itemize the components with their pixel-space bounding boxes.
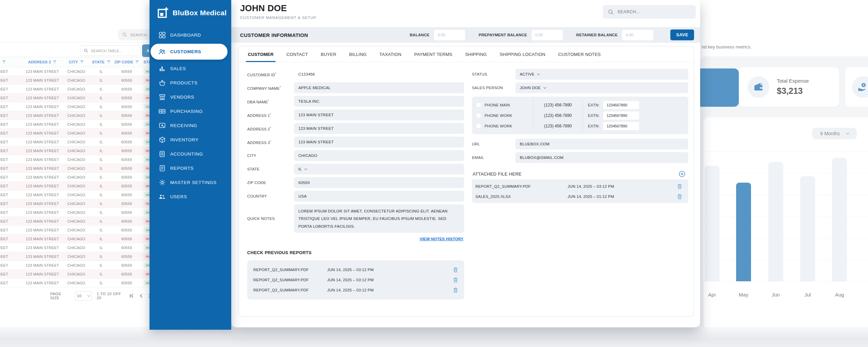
modal-search-field[interactable]: [617, 9, 691, 14]
prepayment-balance-input[interactable]: [532, 30, 563, 40]
sidebar-item-accounting[interactable]: ACCOUNTING: [150, 147, 231, 160]
page-size-select[interactable]: 10: [75, 291, 92, 301]
table-row[interactable]: 123 MAIN STREET123 MAIN STREETCHICAGOIL6…: [0, 155, 150, 164]
sidebar-item-purchasing[interactable]: PURCHASING: [150, 105, 231, 118]
phone-checkbox[interactable]: [476, 123, 481, 128]
field-dba-name[interactable]: TESLA INC.: [294, 96, 464, 107]
table-row[interactable]: 123 MAIN STREET123 MAIN STREETCHICAGOIL6…: [0, 173, 150, 182]
table-row[interactable]: 123 MAIN STREET123 MAIN STREETCHICAGOIL6…: [0, 138, 150, 146]
attached-file-row[interactable]: SALES_2025.XLSXJUN 14, 2025 – 01:12 PM: [472, 191, 688, 202]
sidebar-item-products[interactable]: PRODUCTS: [150, 76, 231, 89]
field-company-name[interactable]: APPLE MEDICAL: [294, 82, 464, 93]
field-state[interactable]: IL: [294, 164, 464, 175]
url-field[interactable]: BLUEBOX.COM: [515, 139, 688, 149]
modal-search-input[interactable]: [603, 5, 696, 19]
first-page-button[interactable]: [130, 293, 134, 298]
trash-icon[interactable]: [453, 287, 458, 293]
previous-page-button[interactable]: [139, 293, 143, 298]
field-city[interactable]: CHICAGO: [294, 150, 464, 161]
stat-card-blue[interactable]: [700, 68, 739, 107]
balance-input[interactable]: [434, 30, 465, 40]
trash-icon[interactable]: [677, 194, 682, 199]
status-select[interactable]: ACTIVE: [515, 69, 688, 80]
column-header-city[interactable]: CITY: [63, 57, 90, 67]
column-header-state[interactable]: STATE: [90, 57, 113, 67]
sidebar-item-vendors[interactable]: VENDORS: [150, 90, 231, 103]
page-search-input[interactable]: [118, 29, 150, 40]
attached-file-row[interactable]: REPORT_Q2_SUMMARY.PDFJUN 14, 2025 – 03:1…: [472, 181, 688, 191]
table-row[interactable]: 123 MAIN STREET123 MAIN STREETCHICAGOIL6…: [0, 234, 150, 243]
field-address-1[interactable]: 123 MAIN STREET: [294, 109, 464, 120]
sidebar-item-dashboard[interactable]: DASHBOARD: [150, 28, 231, 41]
field-address-3[interactable]: 123 MAIN STREET: [294, 137, 464, 147]
table-row[interactable]: 123 MAIN STREET123 MAIN STREETCHICAGOIL6…: [0, 164, 150, 173]
extn-input[interactable]: [603, 122, 639, 130]
table-row[interactable]: 123 MAIN STREET123 MAIN STREETCHICAGOIL6…: [0, 111, 150, 120]
table-row[interactable]: 123 MAIN STREET123 MAIN STREETCHICAGOIL6…: [0, 182, 150, 190]
tab-contact[interactable]: CONTACT: [280, 46, 314, 62]
table-row[interactable]: 123 MAIN STREET123 MAIN STREETCHICAGOIL6…: [0, 102, 150, 111]
phone-checkbox[interactable]: [476, 113, 481, 118]
tab-customer[interactable]: CUSTOMER: [241, 46, 280, 62]
table-row[interactable]: 123 MAIN STREET123 MAIN STREETCHICAGOIL6…: [0, 261, 150, 270]
table-row[interactable]: 123 MAIN STREET123 MAIN STREETCHICAGOIL6…: [0, 190, 150, 199]
field-zip-code[interactable]: 60559: [294, 177, 464, 188]
add-customer-button[interactable]: ADD: [142, 44, 150, 57]
sidebar-item-sales[interactable]: SALES: [150, 62, 231, 75]
column-header-address-2[interactable]: ADDRESS 2: [22, 57, 63, 67]
view-notes-history-link[interactable]: VIEW NOTES HISTORY: [247, 237, 463, 241]
table-row[interactable]: 123 MAIN STREET123 MAIN STREETCHICAGOIL6…: [0, 270, 150, 279]
table-row[interactable]: 123 MAIN STREET123 MAIN STREETCHICAGOIL6…: [0, 67, 150, 76]
report-row[interactable]: REPORT_Q2_SUMMARY.PDFJUN 14, 2025 – 03:1…: [247, 275, 464, 285]
table-row[interactable]: 123 MAIN STREET123 MAIN STREETCHICAGOIL6…: [0, 243, 150, 252]
field-quick-notes[interactable]: LOREM IPSUM DOLOR SIT AMET, CONSECTETUR …: [294, 204, 464, 233]
table-row[interactable]: 123 MAIN STREET123 MAIN STREETCHICAGOIL6…: [0, 76, 150, 85]
save-button[interactable]: SAVE: [670, 29, 694, 40]
table-row[interactable]: 123 MAIN STREET123 MAIN STREETCHICAGOIL6…: [0, 252, 150, 261]
table-search-field[interactable]: [91, 49, 137, 53]
phone-checkbox[interactable]: [476, 102, 481, 107]
table-row[interactable]: 123 MAIN STREET123 MAIN STREETCHICAGOIL6…: [0, 279, 150, 287]
column-header-address-1[interactable]: ADDRESS 1: [0, 57, 22, 67]
trash-icon[interactable]: [453, 277, 458, 283]
total-expense-card[interactable]: Total Expense $3,213: [739, 67, 839, 107]
extn-input[interactable]: [603, 111, 639, 120]
sidebar-item-reports[interactable]: REPORTS: [150, 162, 231, 175]
sidebar-item-receiving[interactable]: RECEIVING: [150, 119, 231, 132]
tab-taxation[interactable]: TAXATION: [373, 46, 408, 62]
extn-input[interactable]: [603, 101, 639, 109]
stat-card-income[interactable]: $: [845, 67, 868, 107]
period-selector-dropdown[interactable]: 6 Months: [812, 128, 857, 139]
report-row[interactable]: REPORT_Q2_SUMMARY.PDFJUN 14, 2025 – 03:1…: [247, 265, 464, 275]
column-header-zip-code[interactable]: ZIP CODE: [113, 57, 141, 67]
sidebar-item-master-settings[interactable]: MASTER SETTINGS: [150, 176, 231, 189]
table-row[interactable]: 123 MAIN STREET123 MAIN STREETCHICAGOIL6…: [0, 208, 150, 217]
email-field[interactable]: BLUBOX@GMAIL.COM: [515, 152, 688, 163]
trash-icon[interactable]: [453, 267, 458, 272]
tab-billing[interactable]: BILLING: [343, 46, 373, 62]
trash-icon[interactable]: [677, 184, 682, 189]
column-header-status[interactable]: STATUS: [141, 57, 150, 67]
table-row[interactable]: 123 MAIN STREET123 MAIN STREETCHICAGOIL6…: [0, 129, 150, 138]
table-row[interactable]: 123 MAIN STREET123 MAIN STREETCHICAGOIL6…: [0, 94, 150, 102]
field-country[interactable]: USA: [294, 191, 464, 202]
table-row[interactable]: 123 MAIN STREET123 MAIN STREETCHICAGOIL6…: [0, 217, 150, 226]
tab-shipping[interactable]: SHIPPING: [459, 46, 493, 62]
table-row[interactable]: 123 MAIN STREET123 MAIN STREETCHICAGOIL6…: [0, 226, 150, 234]
tab-buyer[interactable]: BUYER: [314, 46, 343, 62]
table-row[interactable]: 123 MAIN STREET123 MAIN STREETCHICAGOIL6…: [0, 120, 150, 129]
sidebar-item-users[interactable]: USERS: [150, 190, 231, 203]
table-row[interactable]: 123 MAIN STREET123 MAIN STREETCHICAGOIL6…: [0, 199, 150, 208]
table-row[interactable]: 123 MAIN STREET123 MAIN STREETCHICAGOIL6…: [0, 85, 150, 94]
tab-shipping-location[interactable]: SHIPPING LOCATION: [493, 46, 552, 62]
tab-payment-terms[interactable]: PAYMENT TERMS: [408, 46, 459, 62]
table-row[interactable]: 123 MAIN STREET123 MAIN STREETCHICAGOIL6…: [0, 146, 150, 155]
tab-customer-notes[interactable]: CUSTOMER NOTES: [552, 46, 607, 62]
sidebar-item-customers[interactable]: CUSTOMERS: [151, 44, 228, 60]
sales-person-select[interactable]: JOHN DOE: [515, 82, 688, 93]
field-address-2[interactable]: 123 MAIN STREET: [294, 123, 464, 134]
report-row[interactable]: REPORT_Q2_SUMMARY.PDFJUN 14, 2025 – 03:1…: [247, 285, 464, 295]
add-attachment-button[interactable]: [678, 170, 686, 178]
retained-balance-input[interactable]: [622, 30, 653, 40]
table-search-input[interactable]: [80, 45, 140, 56]
